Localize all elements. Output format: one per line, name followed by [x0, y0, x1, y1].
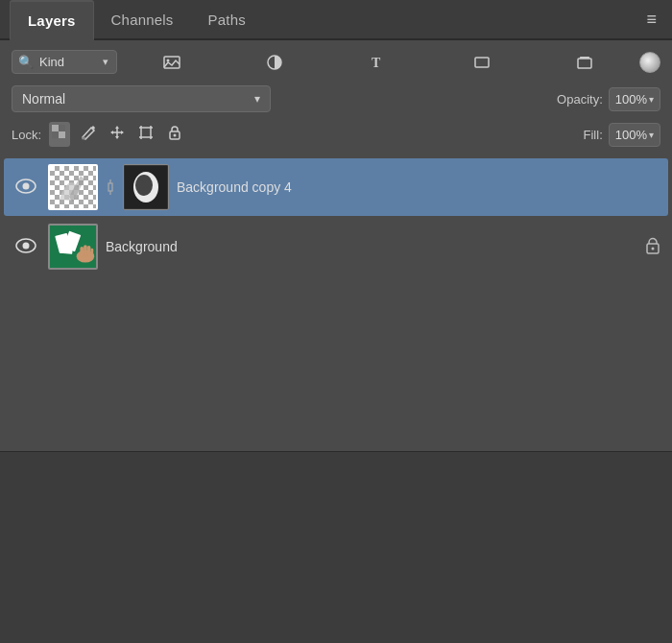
- lock-position-button[interactable]: [107, 122, 128, 147]
- lock-all-button[interactable]: [164, 122, 185, 147]
- svg-rect-31: [108, 183, 112, 191]
- fill-value: 100%: [615, 128, 647, 142]
- kind-chevron-icon: ▾: [103, 56, 108, 68]
- layer2-thumb-content: [50, 224, 96, 270]
- layer1-mask-thumbnail: [123, 164, 169, 210]
- fill-label: Fill:: [584, 128, 603, 142]
- lock-transparency-icon: [51, 124, 68, 141]
- type-filter-button[interactable]: T: [366, 52, 391, 73]
- svg-rect-5: [578, 59, 591, 68]
- tab-bar: Layers Channels Paths ≡: [0, 0, 672, 40]
- svg-rect-45: [84, 245, 87, 257]
- panel-footer: [0, 451, 672, 643]
- search-icon: 🔍: [18, 55, 34, 69]
- svg-point-38: [23, 242, 30, 249]
- fill-section: Fill: 100% ▾: [584, 123, 660, 147]
- layer1-link-icon: [106, 178, 115, 197]
- svg-point-28: [174, 134, 177, 137]
- fill-value-box[interactable]: 100% ▾: [609, 123, 660, 147]
- svg-rect-46: [87, 246, 91, 257]
- lock-row: Lock:: [0, 118, 672, 151]
- kind-label: Kind: [39, 55, 64, 69]
- layer-row[interactable]: Background copy 4: [4, 158, 668, 216]
- layer1-visibility-button[interactable]: [12, 175, 40, 201]
- filter-icons: T: [123, 52, 634, 73]
- brush-icon: [80, 124, 97, 141]
- filter-row: 🔍 Kind ▾: [0, 40, 672, 82]
- eye-icon: [15, 179, 36, 194]
- svg-text:T: T: [372, 56, 381, 70]
- svg-rect-9: [52, 131, 59, 138]
- kind-dropdown[interactable]: 🔍 Kind ▾: [12, 50, 117, 74]
- move-icon: [108, 124, 126, 141]
- padlock-icon: [166, 124, 183, 141]
- shape-filter-button[interactable]: [469, 52, 494, 73]
- tab-channels[interactable]: Channels: [94, 0, 191, 38]
- svg-point-1: [166, 59, 169, 61]
- opacity-value-box[interactable]: 100% ▾: [609, 87, 660, 111]
- svg-rect-18: [141, 128, 151, 137]
- lock-transparency-button[interactable]: [49, 122, 70, 147]
- filter-toggle[interactable]: [639, 52, 660, 73]
- svg-point-30: [23, 182, 30, 189]
- layers-list: Background copy 4: [0, 156, 672, 451]
- panel-content: 🔍 Kind ▾: [0, 40, 672, 451]
- layer-row[interactable]: Background: [4, 218, 668, 275]
- type-icon: T: [370, 54, 387, 71]
- tab-layers[interactable]: Layers: [10, 0, 94, 40]
- layer1-thumbnail: [48, 164, 98, 210]
- opacity-value: 100%: [615, 92, 647, 107]
- eye-icon: [15, 238, 36, 253]
- svg-rect-47: [90, 249, 93, 257]
- image-icon: [163, 54, 180, 71]
- svg-rect-10: [59, 131, 65, 138]
- blend-mode-value: Normal: [22, 91, 65, 107]
- halfcircle-icon: [266, 54, 283, 71]
- lock-image-button[interactable]: [78, 122, 99, 147]
- tab-paths[interactable]: Paths: [191, 0, 263, 38]
- svg-rect-44: [80, 247, 84, 257]
- shape-icon: [473, 54, 491, 71]
- opacity-chevron-icon: ▾: [649, 94, 654, 105]
- opacity-label: Opacity:: [557, 92, 603, 107]
- svg-point-36: [135, 175, 153, 196]
- layer2-name: Background: [106, 239, 637, 254]
- adjustment-filter-button[interactable]: [262, 52, 287, 73]
- svg-rect-4: [475, 58, 489, 67]
- panel-menu-button[interactable]: ≡: [638, 6, 664, 34]
- blend-mode-chevron-icon: ▾: [254, 92, 260, 106]
- layer1-name: Background copy 4: [177, 179, 660, 195]
- lock-label: Lock:: [12, 128, 41, 142]
- svg-rect-7: [52, 125, 59, 131]
- opacity-section: Opacity: 100% ▾: [278, 87, 660, 111]
- svg-rect-8: [59, 125, 65, 131]
- layers-panel: Layers Channels Paths ≡ 🔍 Kind ▾: [0, 0, 672, 643]
- svg-point-11: [82, 137, 85, 140]
- layer2-visibility-button[interactable]: [12, 234, 40, 260]
- smartobject-filter-button[interactable]: [572, 52, 597, 73]
- layer1-thumb-content: [50, 166, 96, 208]
- lock-icons: [49, 122, 185, 147]
- image-filter-button[interactable]: [159, 52, 184, 73]
- layer2-thumbnail: [48, 224, 98, 270]
- layer2-lock-icon: [645, 237, 660, 257]
- lock-artboard-button[interactable]: [135, 122, 156, 147]
- artboard-icon: [137, 124, 155, 141]
- svg-point-49: [652, 247, 655, 250]
- blend-mode-dropdown[interactable]: Normal ▾: [12, 85, 271, 112]
- padlock-closed-icon: [645, 237, 660, 254]
- fill-chevron-icon: ▾: [649, 130, 654, 140]
- blend-row: Normal ▾ Opacity: 100% ▾: [0, 82, 672, 116]
- layer1-mask-content: [125, 166, 167, 208]
- svg-rect-6: [580, 57, 589, 59]
- smartobject-icon: [576, 54, 593, 71]
